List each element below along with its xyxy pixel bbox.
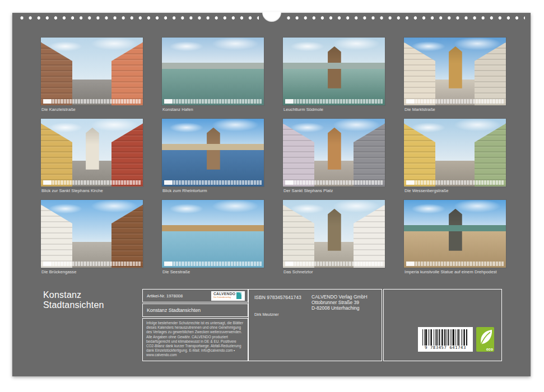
- calendar-thumbnail: Leuchtturm Südmole: [283, 38, 385, 112]
- isbn-number: ISBN 9783457641743: [254, 295, 301, 300]
- mini-calendar-strip: [285, 262, 383, 266]
- calvendo-logo-name: CALVENDO: [213, 292, 235, 296]
- calendar-thumbnail: Die Brückengasse: [41, 200, 143, 274]
- eco-leaf-icon: [477, 328, 493, 347]
- calendar-title-line2: Stadtansichten: [43, 300, 104, 310]
- thumbnail-photo: [404, 119, 506, 186]
- mini-calendar-strip: [406, 262, 504, 266]
- mini-calendar-strip: [164, 262, 262, 266]
- mini-calendar-strip: [43, 262, 141, 266]
- calendar-thumbnail: Imperia kunstvolle Statue auf einem Dreh…: [404, 200, 506, 274]
- barcode-digits: 9 783457 641743: [418, 345, 473, 350]
- calendar-thumbnail: Die Marktstraße: [404, 38, 506, 112]
- hanger-notch: [262, 12, 281, 22]
- thumbnail-caption: Die Kanzleistraße: [41, 107, 143, 112]
- thumbnail-caption: Imperia kunstvolle Statue auf einem Dreh…: [404, 269, 506, 274]
- thumbnail-photo: [283, 38, 385, 105]
- calendar-back-cover-page: Die Kanzleistraße Konstanz Hafen Leuchtt…: [12, 13, 531, 376]
- barcode-box: 9 783457 641743 eco: [383, 289, 502, 361]
- thumbnail-photo: [162, 200, 264, 268]
- author-name: Dirk Meutzner: [254, 312, 279, 316]
- calendar-title: Konstanz Stadtansichten: [43, 290, 104, 310]
- thumbnail-photo: [41, 200, 143, 268]
- thumbnail-photo: [41, 119, 143, 186]
- mini-calendar-strip: [164, 99, 262, 104]
- calendar-thumbnail: Das Schnetztor: [283, 200, 385, 274]
- barcode-bars-icon: [422, 329, 468, 346]
- thumbnail-caption: Das Schnetztor: [283, 269, 385, 274]
- article-number-box: Artikel-Nr. 1978008 CALVENDO Der Kalende…: [142, 289, 248, 302]
- calendar-title-small: Konstanz Stadtansichten: [147, 307, 201, 313]
- calendar-thumbnail: Konstanz Hafen: [162, 38, 264, 112]
- thumbnail-photo: [283, 200, 385, 268]
- calendar-title-line1: Konstanz: [43, 290, 104, 300]
- mini-calendar-strip: [285, 99, 383, 104]
- thumbnail-caption: Leuchtturm Südmole: [283, 107, 385, 112]
- article-number: Artikel-Nr. 1978008: [147, 293, 183, 298]
- thumbnail-photo: [404, 200, 506, 268]
- mini-calendar-strip: [43, 99, 141, 104]
- thumbnail-photo: [162, 119, 264, 186]
- calendar-thumbnail: Der Sankt Stephans Platz: [283, 119, 385, 193]
- eco-logo: eco: [476, 327, 494, 352]
- eco-label: eco: [486, 347, 493, 351]
- thumbnail-photo: [404, 38, 506, 105]
- publisher-line: CALVENDO Verlag GmbH: [311, 294, 368, 300]
- spiral-binding-holes: [285, 16, 525, 20]
- thumbnail-caption: Die Seestraße: [162, 269, 264, 274]
- thumbnail-grid: Die Kanzleistraße Konstanz Hafen Leuchtt…: [41, 38, 506, 274]
- thumbnail-caption: Blick zum Rheintorturm: [162, 188, 264, 193]
- thumbnail-caption: Die Brückengasse: [41, 269, 143, 274]
- mini-calendar-strip: [406, 180, 504, 185]
- publisher-address: CALVENDO Verlag GmbH Ottobrunner Straße …: [311, 294, 368, 311]
- thumbnail-caption: Die Marktstraße: [404, 107, 506, 112]
- calendar-thumbnail: Blick zum Rheintorturm: [162, 119, 264, 193]
- publisher-line: Ottobrunner Straße 39: [311, 300, 368, 305]
- calvendo-logo-icon: [236, 292, 241, 299]
- legal-notice-box: Infolge bestehender Schutzrechte ist es …: [142, 318, 248, 361]
- calendar-thumbnail: Die Seestraße: [162, 200, 264, 274]
- mini-calendar-strip: [43, 180, 141, 185]
- thumbnail-photo: [41, 38, 143, 105]
- calendar-thumbnail: Die Wessenbergstraße: [404, 119, 506, 193]
- thumbnail-caption: Die Wessenbergstraße: [404, 188, 506, 193]
- mini-calendar-strip: [285, 180, 383, 185]
- calvendo-logo: CALVENDO Der Kalenderverlag: [211, 291, 245, 301]
- spiral-binding-holes: [18, 16, 259, 20]
- mini-calendar-strip: [164, 180, 262, 185]
- thumbnail-caption: Konstanz Hafen: [162, 107, 264, 112]
- thumbnail-caption: Der Sankt Stephans Platz: [283, 188, 385, 193]
- publisher-box: ISBN 9783457641743 CALVENDO Verlag GmbH …: [248, 289, 382, 361]
- thumbnail-caption: Blick zur Sankt Stephans Kirche: [41, 188, 143, 193]
- calvendo-logo-tagline: Der Kalenderverlag: [213, 297, 235, 299]
- publisher-line: D-82008 Unterhaching: [311, 305, 368, 311]
- calendar-thumbnail: Die Kanzleistraße: [41, 38, 143, 112]
- calendar-title-box: Konstanz Stadtansichten: [142, 304, 248, 317]
- calendar-thumbnail: Blick zur Sankt Stephans Kirche: [41, 119, 143, 193]
- ean-barcode: 9 783457 641743: [418, 327, 473, 352]
- thumbnail-photo: [162, 38, 264, 105]
- legal-notice-text: Infolge bestehender Schutzrechte ist es …: [146, 321, 244, 358]
- mini-calendar-strip: [406, 99, 504, 104]
- thumbnail-photo: [283, 119, 385, 186]
